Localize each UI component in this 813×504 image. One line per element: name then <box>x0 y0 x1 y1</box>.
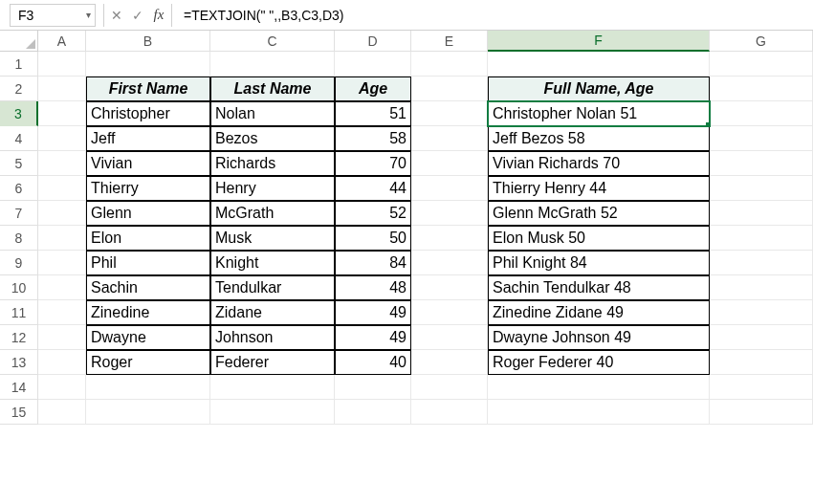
cell-E3[interactable] <box>411 101 488 126</box>
cell-B7[interactable]: Glenn <box>86 201 210 226</box>
cell-B10[interactable]: Sachin <box>86 275 210 300</box>
cell-A7[interactable] <box>38 201 86 226</box>
confirm-formula-button[interactable]: ✓ <box>127 4 148 27</box>
cell-G8[interactable] <box>710 226 813 251</box>
cell-B1[interactable] <box>86 52 210 77</box>
cell-E12[interactable] <box>411 325 488 350</box>
cell-E2[interactable] <box>411 77 488 101</box>
cell-G14[interactable] <box>710 375 813 400</box>
cell-C6[interactable]: Henry <box>210 176 335 201</box>
spreadsheet-grid[interactable]: ABCDEFG12First NameLast NameAgeFull Name… <box>0 31 813 425</box>
cell-D11[interactable]: 49 <box>335 300 411 325</box>
row-header-12[interactable]: 12 <box>0 325 38 350</box>
cell-G5[interactable] <box>710 151 813 176</box>
cell-D5[interactable]: 70 <box>335 151 411 176</box>
row-header-4[interactable]: 4 <box>0 126 38 151</box>
row-header-7[interactable]: 7 <box>0 201 38 226</box>
cell-E6[interactable] <box>411 176 488 201</box>
cell-A6[interactable] <box>38 176 86 201</box>
cell-C10[interactable]: Tendulkar <box>210 275 335 300</box>
cell-F7[interactable]: Glenn McGrath 52 <box>488 201 710 226</box>
cell-C2[interactable]: Last Name <box>210 77 335 101</box>
cell-G10[interactable] <box>710 275 813 300</box>
cell-G1[interactable] <box>710 52 813 77</box>
cell-D12[interactable]: 49 <box>335 325 411 350</box>
cell-D4[interactable]: 58 <box>335 126 411 151</box>
cell-G2[interactable] <box>710 77 813 101</box>
cell-B14[interactable] <box>86 375 210 400</box>
cell-G3[interactable] <box>710 101 813 126</box>
column-header-B[interactable]: B <box>86 31 210 52</box>
cell-A3[interactable] <box>38 101 86 126</box>
cell-A8[interactable] <box>38 226 86 251</box>
cell-B11[interactable]: Zinedine <box>86 300 210 325</box>
row-header-8[interactable]: 8 <box>0 226 38 251</box>
row-header-3[interactable]: 3 <box>0 101 38 126</box>
cell-E11[interactable] <box>411 300 488 325</box>
cell-D7[interactable]: 52 <box>335 201 411 226</box>
cell-C14[interactable] <box>210 375 335 400</box>
insert-function-button[interactable]: fx <box>148 4 169 27</box>
cell-G12[interactable] <box>710 325 813 350</box>
row-header-14[interactable]: 14 <box>0 375 38 400</box>
cell-D3[interactable]: 51 <box>335 101 411 126</box>
cell-D8[interactable]: 50 <box>335 226 411 251</box>
cell-C1[interactable] <box>210 52 335 77</box>
cell-A2[interactable] <box>38 77 86 101</box>
row-header-11[interactable]: 11 <box>0 300 38 325</box>
cell-B15[interactable] <box>86 400 210 425</box>
cell-E1[interactable] <box>411 52 488 77</box>
cell-B13[interactable]: Roger <box>86 350 210 375</box>
cell-E15[interactable] <box>411 400 488 425</box>
cell-F1[interactable] <box>488 52 710 77</box>
cell-E7[interactable] <box>411 201 488 226</box>
cell-C3[interactable]: Nolan <box>210 101 335 126</box>
cell-C4[interactable]: Bezos <box>210 126 335 151</box>
cell-F14[interactable] <box>488 375 710 400</box>
column-header-A[interactable]: A <box>38 31 86 52</box>
formula-input[interactable]: =TEXTJOIN(" ",,B3,C3,D3) <box>174 4 813 27</box>
cell-D13[interactable]: 40 <box>335 350 411 375</box>
cell-A14[interactable] <box>38 375 86 400</box>
cell-F3[interactable]: Christopher Nolan 51 <box>488 101 710 126</box>
name-box[interactable]: F3 ▾ <box>10 4 96 27</box>
column-header-F[interactable]: F <box>488 31 710 52</box>
cell-D2[interactable]: Age <box>335 77 411 101</box>
column-header-C[interactable]: C <box>210 31 335 52</box>
cell-G11[interactable] <box>710 300 813 325</box>
cell-A13[interactable] <box>38 350 86 375</box>
row-header-10[interactable]: 10 <box>0 275 38 300</box>
cell-B8[interactable]: Elon <box>86 226 210 251</box>
row-header-5[interactable]: 5 <box>0 151 38 176</box>
cell-G15[interactable] <box>710 400 813 425</box>
cell-C8[interactable]: Musk <box>210 226 335 251</box>
cell-G9[interactable] <box>710 251 813 275</box>
cell-B12[interactable]: Dwayne <box>86 325 210 350</box>
cell-C12[interactable]: Johnson <box>210 325 335 350</box>
cell-F9[interactable]: Phil Knight 84 <box>488 251 710 275</box>
cell-F2[interactable]: Full Name, Age <box>488 77 710 101</box>
cell-G4[interactable] <box>710 126 813 151</box>
select-all-corner[interactable] <box>0 31 38 52</box>
column-header-D[interactable]: D <box>335 31 411 52</box>
cell-E4[interactable] <box>411 126 488 151</box>
cell-A10[interactable] <box>38 275 86 300</box>
cell-E8[interactable] <box>411 226 488 251</box>
cell-A12[interactable] <box>38 325 86 350</box>
cell-A15[interactable] <box>38 400 86 425</box>
cell-D6[interactable]: 44 <box>335 176 411 201</box>
column-header-G[interactable]: G <box>710 31 813 52</box>
cell-A4[interactable] <box>38 126 86 151</box>
cell-E10[interactable] <box>411 275 488 300</box>
cell-E14[interactable] <box>411 375 488 400</box>
cell-B5[interactable]: Vivian <box>86 151 210 176</box>
cell-D10[interactable]: 48 <box>335 275 411 300</box>
cell-F8[interactable]: Elon Musk 50 <box>488 226 710 251</box>
cell-E5[interactable] <box>411 151 488 176</box>
cell-A11[interactable] <box>38 300 86 325</box>
row-header-13[interactable]: 13 <box>0 350 38 375</box>
cell-D14[interactable] <box>335 375 411 400</box>
cell-B3[interactable]: Christopher <box>86 101 210 126</box>
cell-C5[interactable]: Richards <box>210 151 335 176</box>
cell-C9[interactable]: Knight <box>210 251 335 275</box>
